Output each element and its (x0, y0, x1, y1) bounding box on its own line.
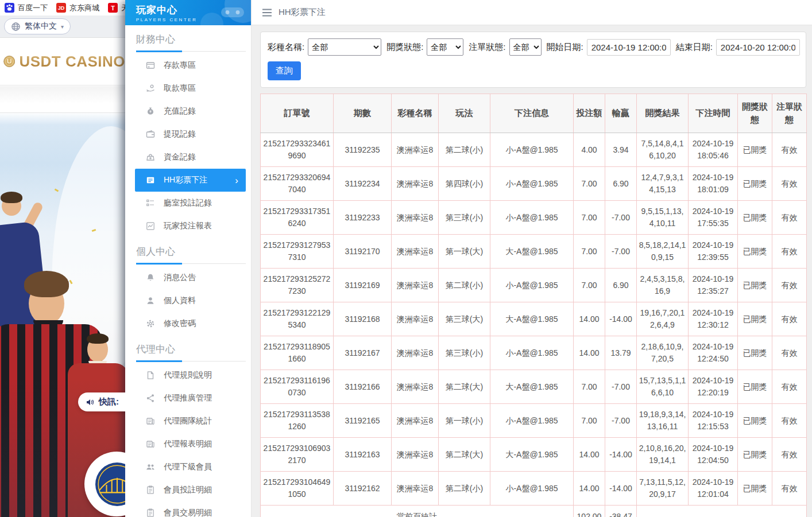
bookmark-item[interactable]: 百度一下 (5, 3, 48, 13)
cell-bet-time: 2024-10-19 12:24:50 (689, 336, 738, 370)
table-header-cell: 開獎結果 (637, 94, 689, 133)
cell-order-id: 2152172931161960730 (261, 370, 334, 404)
cell-period: 31192168 (334, 302, 392, 336)
cell-draw-result: 12,4,7,9,3,14,15,13 (637, 167, 689, 201)
cell-order-status: 有效 (772, 167, 807, 201)
gold-coin-icon (3, 48, 15, 75)
cell-bet-time: 2024-10-19 12:30:12 (689, 302, 738, 336)
cell-bet-time: 2024-10-19 12:01:04 (689, 472, 738, 506)
search-button[interactable]: 查詢 (268, 61, 301, 80)
cell-period: 31192165 (334, 404, 392, 438)
sidebar-item[interactable]: 提現記錄 (125, 123, 251, 146)
cell-order-status: 有效 (772, 133, 807, 167)
cell-period: 31192233 (334, 201, 392, 235)
cell-bet-time: 2024-10-19 12:20:19 (689, 370, 738, 404)
sidebar-section: 代理中心 代理規則說明 代理推廣管理 代理團隊統計 (125, 343, 251, 517)
lottery-name-select[interactable]: 全部 (308, 38, 381, 56)
sidebar-item-label: 代理推廣管理 (164, 393, 212, 403)
moneybag-icon (146, 107, 155, 116)
cell-draw-result: 7,5,14,8,4,16,10,20 (637, 133, 689, 167)
sidebar-section-title: 代理中心 (125, 343, 251, 356)
sidebar-item[interactable]: 會員交易明細 (125, 502, 251, 517)
table-header-cell: 訂單號 (261, 94, 334, 133)
sidebar-item[interactable]: 玩家投注報表 (125, 215, 251, 238)
cell-bet-amount: 14.00 (574, 438, 605, 472)
order-status-select[interactable]: 全部 (509, 38, 542, 56)
sidebar-item[interactable]: 消息公告 (125, 266, 251, 289)
cell-order-id: 2152172931252727230 (261, 269, 334, 302)
sidebar: 玩家中心 PLAYERS CENTER 財務中心 存款專區 取款專區 (125, 0, 251, 517)
order-status-label: 注單狀態: (469, 42, 505, 53)
divider (0, 112, 125, 113)
cell-draw-status: 已開獎 (738, 438, 772, 472)
language-bar: 繁体中文 ▾ (0, 15, 125, 38)
sidebar-item[interactable]: 個人資料 (125, 289, 251, 312)
sidebar-item[interactable]: HH彩票下注 › (135, 169, 246, 192)
summary-amount: 102.00 (574, 506, 605, 517)
cell-win-loss: 13.79 (605, 336, 637, 370)
cell-lottery-name: 澳洲幸运8 (392, 336, 439, 370)
cell-period: 31192235 (334, 133, 392, 167)
cell-lottery-name: 澳洲幸运8 (392, 302, 439, 336)
cell-play-type: 第一球(大) (439, 235, 490, 269)
cell-bet-info: 小-A盤@1.985 (490, 133, 574, 167)
sidebar-item-label: 資金記錄 (164, 152, 196, 162)
table-row: 2152172931189051660 31192167 澳洲幸运8 第三球(小… (261, 336, 807, 370)
sidebar-item[interactable]: 代理規則說明 (125, 364, 251, 387)
start-date-input[interactable] (587, 39, 671, 56)
draw-status-select[interactable]: 全部 (427, 38, 463, 56)
sidebar-item[interactable]: 修改密碼 (125, 312, 251, 335)
section-underline (136, 262, 246, 264)
cell-draw-result: 15,7,13,5,1,16,6,10 (637, 370, 689, 404)
sidebar-item[interactable]: 代理推廣管理 (125, 387, 251, 410)
sidebar-item-label: 會員交易明細 (164, 508, 212, 517)
bridge-logo-icon (95, 462, 126, 507)
cell-period: 31192166 (334, 370, 392, 404)
hamburger-icon[interactable] (262, 9, 272, 17)
jd-icon: JD (56, 3, 66, 13)
sidebar-item[interactable]: 充值記錄 (125, 100, 251, 123)
tmall-icon: T (108, 3, 118, 13)
cell-period: 31192163 (334, 438, 392, 472)
cell-bet-amount: 7.00 (574, 167, 605, 201)
cell-bet-info: 小-A盤@1.985 (490, 336, 574, 370)
brand-area: USDT CASINO (0, 38, 125, 85)
news-ticker: 快訊: (78, 392, 125, 411)
main-content: HH彩票下注 彩種名稱: 全部 開獎狀態: 全部 注單狀態: (251, 0, 812, 517)
cell-period: 31192170 (334, 235, 392, 269)
end-date-input[interactable] (716, 39, 800, 56)
language-selector[interactable]: 繁体中文 ▾ (4, 18, 71, 34)
sidebar-item-label: 消息公告 (164, 273, 196, 283)
cell-play-type: 第二球(大) (439, 370, 490, 404)
cell-lottery-name: 澳洲幸运8 (392, 370, 439, 404)
cell-lottery-name: 澳洲幸运8 (392, 472, 439, 506)
cell-bet-info: 小-A盤@1.985 (490, 404, 574, 438)
news-icon (146, 417, 155, 426)
cell-order-status: 有效 (772, 302, 807, 336)
cell-play-type: 第三球(小) (439, 336, 490, 370)
sidebar-item[interactable]: 代理團隊統計 (125, 410, 251, 433)
sidebar-item[interactable]: 資金記錄 (125, 146, 251, 169)
sidebar-item[interactable]: 會員投註明細 (125, 479, 251, 502)
sidebar-item[interactable]: 取款專區 (125, 77, 251, 100)
background-browser-window: 百度一下 JD 京东商城 T 天猫 繁体中文 ▾ USDT CASINO (0, 0, 125, 517)
cell-play-type: 第四球(小) (439, 167, 490, 201)
sidebar-item[interactable]: 代理報表明細 (125, 433, 251, 456)
cell-win-loss: 6.90 (605, 269, 637, 302)
cell-period: 31192167 (334, 336, 392, 370)
cell-draw-result: 19,16,7,20,12,6,4,9 (637, 302, 689, 336)
cell-bet-amount: 7.00 (574, 404, 605, 438)
sidebar-item[interactable]: 代理下級會員 (125, 456, 251, 479)
bookmarks-bar: 百度一下 JD 京东商城 T 天猫 (0, 0, 125, 15)
sidebar-item[interactable]: 廳室投註記錄 (125, 192, 251, 215)
sidebar-item[interactable]: 存款專區 (125, 54, 251, 77)
withdraw-hand-icon (146, 84, 155, 93)
bookmark-label: 天猫 (121, 3, 125, 13)
bookmark-item[interactable]: T 天猫 (108, 3, 125, 13)
bookmark-item[interactable]: JD 京东商城 (56, 3, 99, 13)
cell-play-type: 第二球(大) (439, 438, 490, 472)
table-header-cell: 期數 (334, 94, 392, 133)
cell-bet-time: 2024-10-19 17:55:35 (689, 201, 738, 235)
cell-draw-result: 2,4,5,3,15,8,16,9 (637, 269, 689, 302)
cell-draw-status: 已開獎 (738, 133, 772, 167)
